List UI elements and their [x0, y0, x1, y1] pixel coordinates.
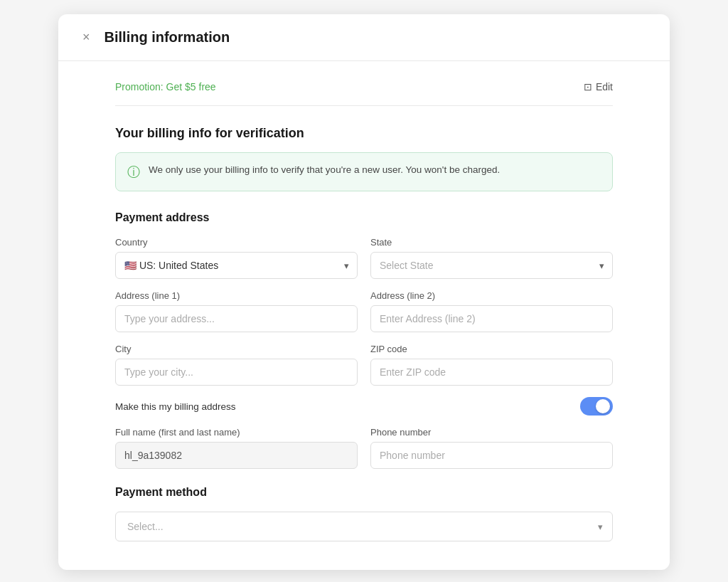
- country-select-wrapper: 🇺🇸 US: United States ▾: [115, 252, 358, 279]
- toggle-label: Make this my billing address: [115, 401, 236, 412]
- promotion-bar: Promotion: Get $5 free ⊡ Edit: [115, 81, 613, 106]
- billing-section-title: Your billing info for verification: [115, 126, 613, 141]
- phone-group: Phone number: [370, 427, 613, 469]
- payment-address-title: Payment address: [115, 211, 613, 224]
- billing-modal: × Billing information Promotion: Get $5 …: [58, 14, 670, 570]
- info-box: ⓘ We only use your billing info to verif…: [115, 152, 613, 191]
- address1-label: Address (line 1): [115, 290, 358, 301]
- city-label: City: [115, 344, 358, 354]
- modal-title: Billing information: [105, 29, 230, 46]
- payment-method-section: Payment method Select... ▾: [115, 486, 613, 541]
- country-label: Country: [115, 237, 358, 248]
- billing-toggle-row: Make this my billing address: [115, 397, 613, 416]
- city-zip-row: City ZIP code: [115, 344, 613, 386]
- city-input[interactable]: [115, 359, 358, 386]
- state-select-wrapper: Select State ▾: [370, 252, 613, 279]
- zip-input[interactable]: [370, 359, 613, 386]
- fullname-input[interactable]: [115, 442, 358, 469]
- payment-select-wrapper: Select... ▾: [115, 512, 613, 541]
- state-select[interactable]: Select State: [370, 252, 613, 279]
- zip-group: ZIP code: [370, 344, 613, 386]
- address2-input[interactable]: [370, 305, 613, 332]
- fullname-group: Full name (first and last name): [115, 427, 358, 469]
- promotion-text: Promotion: Get $5 free: [115, 81, 216, 92]
- promotion-label: Promotion:: [115, 81, 164, 92]
- address1-input[interactable]: [115, 305, 358, 332]
- state-label: State: [370, 237, 613, 248]
- address-row: Address (line 1) Address (line 2): [115, 290, 613, 332]
- country-group: Country 🇺🇸 US: United States ▾: [115, 237, 358, 279]
- phone-label: Phone number: [370, 427, 613, 438]
- close-button[interactable]: ×: [78, 28, 95, 46]
- zip-label: ZIP code: [370, 344, 613, 354]
- city-group: City: [115, 344, 358, 386]
- address1-group: Address (line 1): [115, 290, 358, 332]
- modal-body: Promotion: Get $5 free ⊡ Edit Your billi…: [58, 61, 670, 570]
- state-group: State Select State ▾: [370, 237, 613, 279]
- info-message: We only use your billing info to verify …: [149, 163, 500, 177]
- edit-button[interactable]: ⊡ Edit: [584, 81, 613, 92]
- phone-input[interactable]: [370, 442, 613, 469]
- toggle-slider: [580, 397, 613, 416]
- info-icon: ⓘ: [127, 164, 140, 181]
- country-state-row: Country 🇺🇸 US: United States ▾ State Sel…: [115, 237, 613, 279]
- address2-group: Address (line 2): [370, 290, 613, 332]
- payment-method-select[interactable]: Select...: [115, 512, 613, 541]
- address2-label: Address (line 2): [370, 290, 613, 301]
- edit-icon: ⊡: [584, 81, 592, 92]
- modal-header: × Billing information: [58, 14, 670, 61]
- billing-toggle[interactable]: [580, 397, 613, 416]
- fullname-label: Full name (first and last name): [115, 427, 358, 438]
- name-phone-row: Full name (first and last name) Phone nu…: [115, 427, 613, 469]
- country-select[interactable]: 🇺🇸 US: United States: [115, 252, 358, 279]
- promotion-value: Get $5 free: [166, 81, 216, 92]
- payment-method-title: Payment method: [115, 486, 613, 499]
- edit-label: Edit: [596, 81, 613, 92]
